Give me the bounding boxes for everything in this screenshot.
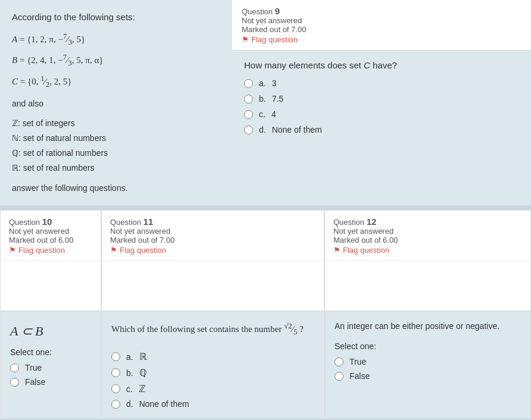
q10-radio-false[interactable] — [10, 378, 19, 387]
q11-option-d: d. None of them — [111, 399, 314, 409]
q9-label-text: Question — [242, 7, 273, 16]
sets-legend: ℤ: set of integers ℕ: set of natural num… — [12, 116, 220, 176]
q10-flag-text: Flag question — [18, 246, 65, 255]
set-c: C = {0, 1⁄2, 2, 5} — [12, 72, 220, 92]
q12-flag-link[interactable]: ⚑ Flag question — [333, 246, 389, 255]
q12-options: True False — [335, 357, 521, 381]
q10-number-label: Question 10 — [9, 217, 92, 227]
q9-option-b: b. 7.5 — [244, 94, 519, 104]
q11-options: a. ℝ b. ℚ c. ℤ d. None of them — [111, 351, 314, 409]
q9-option-c: c. 4 — [244, 109, 519, 119]
q10-status: Not yet answered — [9, 227, 92, 236]
legend-n: ℕ: set of natural numbers — [12, 131, 220, 146]
q11-number-label: Question 11 — [110, 217, 316, 227]
q12-select-label: Select one: — [335, 341, 521, 351]
q11-radio-c[interactable] — [111, 384, 120, 393]
q12-number: 12 — [367, 217, 377, 227]
q9-option-a: a. 3 — [244, 79, 519, 88]
q10-answer-card: A ⊂ B Select one: True False — [0, 311, 101, 419]
q11-marked: Marked out of 7.00 — [110, 236, 316, 245]
q12-true-label: True — [349, 357, 366, 366]
q9-flag-text: Flag question — [251, 35, 298, 44]
q10-option-true: True — [10, 363, 91, 372]
q9-option-c-letter: c. — [259, 109, 266, 119]
q10-math: A ⊂ B — [10, 324, 91, 339]
q9-radio-c[interactable] — [244, 110, 253, 119]
q11-option-c-value: ℤ — [139, 383, 146, 394]
q12-answer-card: An integer can be either positive or neg… — [324, 311, 531, 419]
q9-option-d: d. None of them — [244, 125, 519, 134]
q11-radio-d[interactable] — [111, 400, 120, 409]
q10-label: Question — [9, 218, 40, 227]
q11-answer-card: Which of the following set contains the … — [101, 311, 324, 419]
flag-icon-q12: ⚑ — [333, 246, 341, 255]
q10-number: 10 — [42, 217, 52, 227]
q12-radio-true[interactable] — [335, 358, 343, 366]
q9-radio-a[interactable] — [244, 79, 253, 88]
q9-radio-d[interactable] — [244, 126, 253, 134]
q11-label: Question — [110, 218, 141, 227]
q9-number-label: Question 9 — [242, 6, 521, 16]
q10-false-label: False — [25, 377, 45, 387]
flag-icon-q11: ⚑ — [110, 246, 117, 255]
q11-option-b: b. ℚ — [111, 367, 314, 378]
q10-meta: Question 10 Not yet answered Marked out … — [1, 211, 101, 261]
q12-radio-false[interactable] — [335, 372, 343, 381]
q9-option-a-value: 3 — [272, 79, 277, 88]
q11-option-c-letter: c. — [126, 384, 133, 394]
sets-description-panel: According to the following sets: A = {1,… — [0, 0, 232, 205]
q9-status: Not yet answered — [242, 16, 521, 25]
q10-select-label: Select one: — [10, 347, 91, 357]
q11-flag-link[interactable]: ⚑ Flag question — [110, 246, 166, 255]
q12-question-text: An integer can be either positive or neg… — [335, 321, 521, 331]
q12-meta-card: Question 12 Not yet answered Marked out … — [324, 210, 531, 311]
q10-radio-true[interactable] — [10, 363, 19, 372]
q11-radio-b[interactable] — [111, 368, 120, 377]
q10-marked: Marked out of 6.00 — [9, 236, 92, 245]
q11-status: Not yet answered — [110, 227, 316, 236]
q9-flag-link[interactable]: ⚑ Flag question — [242, 35, 298, 44]
q9-option-d-letter: d. — [259, 125, 266, 134]
q11-radio-a[interactable] — [111, 352, 120, 361]
q12-meta: Question 12 Not yet answered Marked out … — [325, 211, 530, 261]
q11-meta: Question 11 Not yet answered Marked out … — [102, 211, 324, 261]
q9-option-d-value: None of them — [272, 125, 322, 134]
q11-option-a-letter: a. — [126, 352, 133, 362]
q9-number: 9 — [275, 6, 280, 16]
q11-flag-text: Flag question — [120, 246, 166, 255]
flag-icon-q10: ⚑ — [9, 246, 16, 255]
q12-number-label: Question 12 — [333, 217, 522, 227]
q12-flag-text: Flag question — [343, 246, 389, 255]
q11-meta-card: Question 11 Not yet answered Marked out … — [101, 210, 324, 311]
q9-option-c-value: 4 — [271, 109, 276, 119]
q9-option-b-letter: b. — [259, 94, 266, 104]
q12-false-label: False — [349, 371, 370, 381]
q9-option-b-value: 7.5 — [272, 94, 283, 104]
q9-option-a-letter: a. — [259, 79, 266, 88]
q12-option-false: False — [335, 371, 521, 381]
q11-option-b-value: ℚ — [139, 367, 147, 378]
q9-question-text: How many elements does set C have? — [244, 60, 519, 70]
q11-option-a-value: ℝ — [139, 351, 147, 362]
q10-options: True False — [10, 363, 91, 387]
bottom-meta-row: Question 10 Not yet answered Marked out … — [0, 210, 531, 311]
q11-option-b-letter: b. — [126, 368, 133, 378]
q9-panel: Question 9 Not yet answered Marked out o… — [232, 0, 531, 205]
q9-body: How many elements does set C have? a. 3 … — [232, 51, 531, 205]
q9-options: a. 3 b. 7.5 c. 4 d. — [244, 79, 519, 134]
q10-true-label: True — [25, 363, 42, 372]
and-also: and also — [12, 97, 220, 111]
q12-status: Not yet answered — [333, 227, 522, 236]
q10-meta-card: Question 10 Not yet answered Marked out … — [0, 210, 101, 311]
legend-q: ℚ: set of rational numbers — [12, 146, 220, 161]
bottom-answer-row: A ⊂ B Select one: True False Which of th… — [0, 311, 531, 419]
q11-option-d-value: None of them — [139, 399, 189, 409]
q9-marked: Marked out of 7.00 — [242, 25, 521, 34]
q10-flag-link[interactable]: ⚑ Flag question — [9, 246, 65, 255]
q11-option-a: a. ℝ — [111, 351, 314, 362]
q11-number: 11 — [143, 217, 154, 227]
q11-option-c: c. ℤ — [111, 383, 314, 394]
q9-radio-b[interactable] — [244, 95, 253, 104]
q11-question-text: Which of the following set contains the … — [111, 321, 314, 337]
set-b: B = {2, 4, 1, −7⁄3, 5, π, α} — [12, 51, 220, 71]
